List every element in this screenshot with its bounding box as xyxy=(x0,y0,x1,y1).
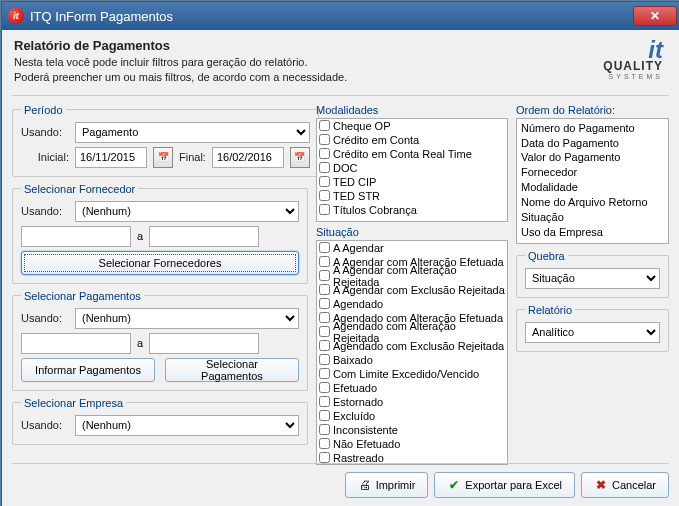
situacao-item[interactable]: Efetuado xyxy=(317,381,507,395)
situacao-item[interactable]: Estornado xyxy=(317,395,507,409)
situacao-checkbox[interactable] xyxy=(319,298,330,309)
selecionar-pagamentos-button[interactable]: Selecionar Pagamentos xyxy=(165,358,299,382)
modalidades-item-label: Crédito em Conta Real Time xyxy=(333,148,472,160)
empresa-usando-label: Usando: xyxy=(21,419,69,431)
group-empresa: Selecionar Empresa Usando: (Nenhum) xyxy=(12,397,308,445)
situacao-item[interactable]: A Agendar com Alteração Rejeitada xyxy=(317,269,507,283)
situacao-checkbox[interactable] xyxy=(319,368,330,379)
left-column: Período Usando: Pagamento Inicial: 📅 Fin… xyxy=(12,104,308,465)
pagamentos-usando-select[interactable]: (Nenhum) xyxy=(75,308,299,329)
situacao-item-label: Estornado xyxy=(333,396,383,408)
situacao-item[interactable]: A Agendar xyxy=(317,241,507,255)
situacao-item[interactable]: Inconsistente xyxy=(317,423,507,437)
situacao-checkbox[interactable] xyxy=(319,270,330,281)
situacao-checkbox[interactable] xyxy=(319,354,330,365)
ordem-item[interactable]: Fornecedor xyxy=(521,165,664,180)
ordem-item[interactable]: Data do Pagamento xyxy=(521,136,664,151)
periodo-final-calendar-icon[interactable]: 📅 xyxy=(290,147,310,168)
quebra-select[interactable]: Situação xyxy=(525,268,660,289)
situacao-item[interactable]: Não Efetuado xyxy=(317,437,507,451)
check-icon xyxy=(447,478,461,492)
print-icon xyxy=(358,478,372,492)
modalidades-item[interactable]: DOC xyxy=(317,161,507,175)
situacao-item[interactable]: Agendado com Alteração Rejeitada xyxy=(317,325,507,339)
modalidades-checkbox[interactable] xyxy=(319,176,330,187)
cancel-icon xyxy=(594,478,608,492)
modalidades-checkbox[interactable] xyxy=(319,204,330,215)
modalidades-item[interactable]: Cheque OP xyxy=(317,119,507,133)
situacao-checkbox[interactable] xyxy=(319,326,330,337)
situacao-item[interactable]: Com Limite Excedido/Vencido xyxy=(317,367,507,381)
pagamentos-to-input[interactable] xyxy=(149,333,259,354)
relatorio-select[interactable]: Analítico xyxy=(525,322,660,343)
informar-pagamentos-button[interactable]: Informar Pagamentos xyxy=(21,358,155,382)
ordem-item[interactable]: Número do Pagamento xyxy=(521,121,664,136)
modalidades-list[interactable]: Cheque OPCrédito em ContaCrédito em Cont… xyxy=(316,118,508,222)
ordem-item[interactable]: Modalidade xyxy=(521,180,664,195)
situacao-checkbox[interactable] xyxy=(319,410,330,421)
ordem-item[interactable]: Nome do Arquivo Retorno xyxy=(521,195,664,210)
modalidades-item[interactable]: Títulos Cobrança xyxy=(317,203,507,217)
ordem-item[interactable]: Uso da Empresa xyxy=(521,225,664,240)
situacao-checkbox[interactable] xyxy=(319,424,330,435)
fornecedor-from-input[interactable] xyxy=(21,226,131,247)
periodo-final-input[interactable] xyxy=(212,147,284,168)
situacao-item[interactable]: Baixado xyxy=(317,353,507,367)
bottom-action-bar: Imprimir Exportar para Excel Cancelar xyxy=(12,463,669,498)
situacao-checkbox[interactable] xyxy=(319,256,330,267)
situacao-checkbox[interactable] xyxy=(319,340,330,351)
ordem-item[interactable]: Valor do Pagamento xyxy=(521,150,664,165)
modalidades-checkbox[interactable] xyxy=(319,134,330,145)
situacao-item[interactable]: Agendado com Exclusão Rejeitada xyxy=(317,339,507,353)
situacao-checkbox[interactable] xyxy=(319,396,330,407)
fornecedor-to-input[interactable] xyxy=(149,226,259,247)
situacao-item[interactable]: A Agendar com Exclusão Rejeitada xyxy=(317,283,507,297)
situacao-item-label: Com Limite Excedido/Vencido xyxy=(333,368,479,380)
ordem-label: Ordem do Relatório: xyxy=(516,104,669,116)
cancelar-button[interactable]: Cancelar xyxy=(581,472,669,498)
situacao-checkbox[interactable] xyxy=(319,242,330,253)
situacao-checkbox[interactable] xyxy=(319,382,330,393)
selecionar-fornecedores-button[interactable]: Selecionar Fornecedores xyxy=(21,251,299,275)
situacao-checkbox[interactable] xyxy=(319,312,330,323)
pagamentos-usando-label: Usando: xyxy=(21,312,69,324)
situacao-list[interactable]: A AgendarA Agendar com Alteração Efetuad… xyxy=(316,240,508,465)
modalidades-checkbox[interactable] xyxy=(319,120,330,131)
ordem-item[interactable]: Situação xyxy=(521,210,664,225)
middle-column: Modalidades Cheque OPCrédito em ContaCré… xyxy=(316,104,508,465)
window-content: Relatório de Pagamentos Nesta tela você … xyxy=(2,30,679,506)
divider xyxy=(12,95,669,96)
modalidades-checkbox[interactable] xyxy=(319,148,330,159)
pagamentos-legend: Selecionar Pagamentos xyxy=(21,290,144,302)
situacao-checkbox[interactable] xyxy=(319,438,330,449)
modalidades-item[interactable]: TED STR xyxy=(317,189,507,203)
ordem-list[interactable]: Número do PagamentoData do PagamentoValo… xyxy=(516,118,669,244)
modalidades-item-label: Crédito em Conta xyxy=(333,134,419,146)
situacao-item[interactable]: Excluído xyxy=(317,409,507,423)
group-pagamentos: Selecionar Pagamentos Usando: (Nenhum) a… xyxy=(12,290,308,391)
imprimir-button[interactable]: Imprimir xyxy=(345,472,429,498)
modalidades-checkbox[interactable] xyxy=(319,162,330,173)
situacao-label: Situação xyxy=(316,226,508,238)
periodo-final-label: Final: xyxy=(179,151,206,163)
situacao-checkbox[interactable] xyxy=(319,284,330,295)
titlebar: it ITQ InForm Pagamentos ✕ xyxy=(2,2,679,30)
window-close-button[interactable]: ✕ xyxy=(633,6,677,26)
modalidades-checkbox[interactable] xyxy=(319,190,330,201)
periodo-usando-select[interactable]: Pagamento xyxy=(75,122,310,143)
modalidades-item[interactable]: Crédito em Conta xyxy=(317,133,507,147)
modalidades-item[interactable]: Crédito em Conta Real Time xyxy=(317,147,507,161)
periodo-inicial-calendar-icon[interactable]: 📅 xyxy=(153,147,173,168)
periodo-inicial-input[interactable] xyxy=(75,147,147,168)
situacao-item-label: Baixado xyxy=(333,354,373,366)
modalidades-item[interactable]: TED CIP xyxy=(317,175,507,189)
fornecedor-usando-select[interactable]: (Nenhum) xyxy=(75,201,299,222)
pagamentos-from-input[interactable] xyxy=(21,333,131,354)
situacao-item-label: Inconsistente xyxy=(333,424,398,436)
situacao-item[interactable]: Agendado xyxy=(317,297,507,311)
empresa-usando-select[interactable]: (Nenhum) xyxy=(75,415,299,436)
empresa-legend: Selecionar Empresa xyxy=(21,397,126,409)
exportar-excel-button[interactable]: Exportar para Excel xyxy=(434,472,575,498)
modalidades-item-label: TED CIP xyxy=(333,176,376,188)
situacao-checkbox[interactable] xyxy=(319,452,330,463)
